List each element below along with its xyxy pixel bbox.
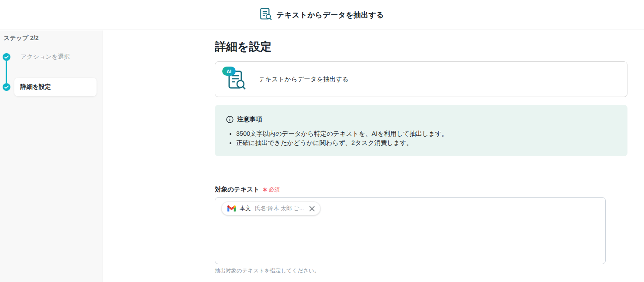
sidebar-item-configure-details[interactable]: 詳細を設定 [14, 78, 97, 96]
field-label-row: 対象のテキスト ✱ 必須 [215, 185, 280, 194]
extract-data-icon [260, 8, 272, 22]
step-label-configure-details: 詳細を設定 [20, 83, 51, 91]
gmail-body-token-chip[interactable]: 本文 氏名:鈴木 太郎 ご... [221, 201, 320, 215]
stepper-connector-line [6, 61, 7, 83]
chip-label: 本文 [240, 205, 251, 212]
notice-box: 注意事項 3500文字以内のデータから特定のテキストを、AIを利用して抽出します… [215, 105, 627, 156]
selected-action-card[interactable]: AI テキストからデータを抽出する [215, 61, 627, 97]
action-icon-wrap: AI [226, 68, 246, 91]
header-title: テキストからデータを抽出する [277, 10, 384, 20]
field-label: 対象のテキスト [215, 185, 260, 194]
required-asterisk: ✱ [263, 187, 267, 193]
sidebar-stepper: ステップ 2/2 アクションを選択 詳細を設定 [0, 30, 103, 282]
notice-item: 正確に抽出できたかどうかに関わらず、2タスク消費します。 [236, 138, 616, 148]
notice-title: 注意事項 [237, 115, 262, 124]
info-icon [226, 116, 234, 123]
header-bar: テキストからデータを抽出する [0, 0, 644, 30]
action-card-label: テキストからデータを抽出する [259, 75, 349, 84]
field-helper-text: 抽出対象のテキストを指定してください。 [215, 267, 320, 275]
close-icon[interactable] [309, 205, 315, 212]
page-title: 詳細を設定 [215, 39, 272, 54]
check-circle-icon [3, 53, 10, 61]
step-counter: ステップ 2/2 [3, 34, 39, 42]
required-label: 必須 [269, 186, 280, 194]
ai-badge: AI [222, 67, 236, 76]
step-label-select-action: アクションを選択 [20, 53, 70, 61]
app-window: テキストからデータを抽出する ステップ 2/2 アクションを選択 詳細を設定 詳… [0, 0, 644, 282]
gmail-icon [227, 205, 236, 212]
notice-list: 3500文字以内のデータから特定のテキストを、AIを利用して抽出します。 正確に… [226, 129, 616, 148]
check-circle-icon [3, 83, 10, 91]
target-text-input[interactable]: 本文 氏名:鈴木 太郎 ご... [215, 197, 606, 264]
notice-item: 3500文字以内のデータから特定のテキストを、AIを利用して抽出します。 [236, 129, 616, 138]
chip-preview-text: 氏名:鈴木 太郎 ご... [255, 205, 304, 212]
sidebar-item-select-action[interactable]: アクションを選択 [3, 53, 70, 61]
